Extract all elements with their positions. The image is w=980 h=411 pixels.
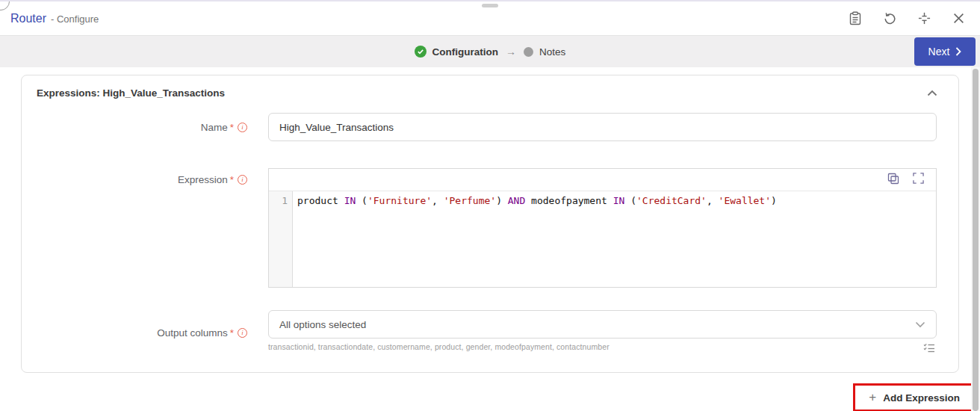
header-icon-group <box>847 10 968 27</box>
editor-gutter: 1 <box>269 191 293 287</box>
close-icon[interactable] <box>950 10 967 27</box>
stepper-bar: Configuration → Notes Next <box>0 36 980 67</box>
dialog-subtitle: - Configure <box>51 13 99 25</box>
dialog-title: Router <box>10 12 46 25</box>
name-label: Name*i <box>22 122 247 133</box>
expression-row: Expression*i 1 <box>22 168 958 288</box>
columns-helper-text: transactionid, transactiondate, customer… <box>268 342 610 351</box>
code-line[interactable]: product IN ('Furniture', 'Perfume') AND … <box>293 191 936 287</box>
step-pending-dot-icon <box>524 47 533 57</box>
select-value: All options selected <box>279 319 366 330</box>
step-notes[interactable]: Notes <box>539 46 565 58</box>
vertical-scrollbar[interactable] <box>971 67 980 411</box>
name-row: Name*i <box>22 113 958 141</box>
output-columns-row: Output columns*i All options selected tr… <box>22 310 958 356</box>
required-asterisk: * <box>230 327 234 339</box>
notes-icon[interactable] <box>847 10 863 27</box>
chevron-down-icon <box>915 321 925 328</box>
required-asterisk: * <box>230 174 234 185</box>
add-expression-button[interactable]: + Add Expression <box>855 386 973 410</box>
helper-row: transactionid, transactiondate, customer… <box>268 342 937 356</box>
add-expression-label: Add Expression <box>883 392 960 404</box>
compress-icon[interactable] <box>916 10 932 27</box>
next-button-label: Next <box>928 46 950 58</box>
annotation-highlight: + Add Expression <box>853 383 976 411</box>
panel-header: Expressions: High_Value_Transactions <box>22 75 958 99</box>
step-complete-check-icon <box>415 46 427 58</box>
stepper: Configuration → Notes <box>0 36 980 67</box>
reset-icon[interactable] <box>881 10 898 27</box>
panel-title: Expressions: High_Value_Transactions <box>37 87 225 99</box>
collapse-panel-icon[interactable] <box>927 86 937 99</box>
line-number: 1 <box>282 195 288 206</box>
step-arrow: → <box>504 46 518 58</box>
scrollbar-thumb[interactable] <box>973 69 979 411</box>
editor-toolbar <box>269 169 936 191</box>
info-icon[interactable]: i <box>238 123 247 132</box>
info-icon[interactable]: i <box>238 328 247 338</box>
next-button[interactable]: Next <box>914 37 976 66</box>
dialog-title-group: Router - Configure <box>10 12 99 25</box>
expression-editor[interactable]: 1 product IN ('Furniture', 'Perfume') AN… <box>268 168 937 288</box>
chevron-right-icon <box>955 47 961 56</box>
required-asterisk: * <box>230 122 234 133</box>
plus-icon: + <box>869 390 876 405</box>
copy-icon[interactable] <box>887 173 899 188</box>
output-columns-label: Output columns*i <box>22 327 247 339</box>
fullscreen-icon[interactable] <box>913 173 924 187</box>
editor-body[interactable]: 1 product IN ('Furniture', 'Perfume') AN… <box>269 191 936 287</box>
checklist-icon[interactable] <box>923 342 935 356</box>
info-icon[interactable]: i <box>238 175 247 185</box>
expression-label: Expression*i <box>22 174 247 185</box>
name-input[interactable] <box>268 113 937 141</box>
expressions-panel: Expressions: High_Value_Transactions Nam… <box>21 75 959 373</box>
drag-handle[interactable] <box>482 4 498 7</box>
output-columns-select[interactable]: All options selected <box>268 310 937 339</box>
step-configuration[interactable]: Configuration <box>432 46 498 58</box>
